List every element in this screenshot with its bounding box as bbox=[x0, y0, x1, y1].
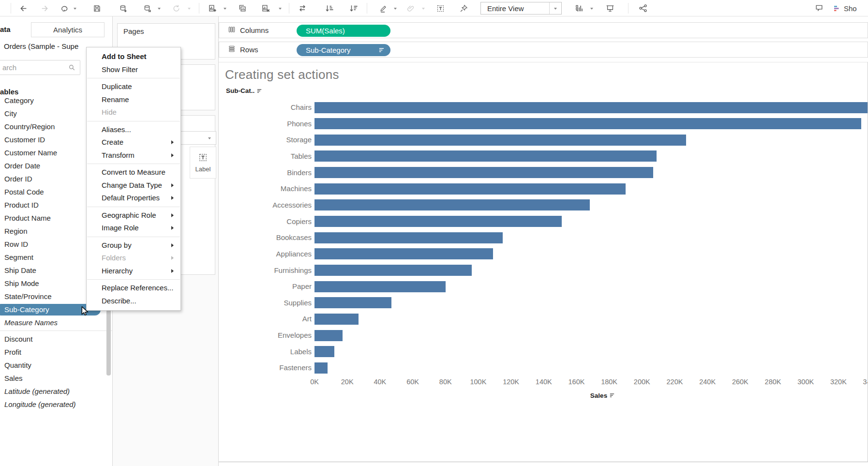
pin-icon[interactable] bbox=[460, 0, 468, 16]
bar-machines[interactable] bbox=[314, 183, 626, 195]
columns-shelf[interactable]: Columns SUM(Sales) bbox=[219, 22, 868, 38]
bar-labels[interactable] bbox=[314, 346, 334, 357]
bar-supplies[interactable] bbox=[314, 297, 391, 308]
bar-furnishings[interactable] bbox=[314, 265, 472, 276]
bar-phones[interactable] bbox=[314, 118, 861, 129]
menu-item-show-filter[interactable]: Show Filter bbox=[87, 63, 180, 76]
data-source-name[interactable]: Orders (Sample - Supe bbox=[4, 42, 78, 50]
menu-item-hierarchy[interactable]: Hierarchy bbox=[87, 265, 180, 278]
bar-storage[interactable] bbox=[314, 135, 686, 146]
highlight-icon[interactable] bbox=[379, 0, 388, 16]
field-profit[interactable]: Profit bbox=[0, 346, 113, 359]
row-label-accessories[interactable]: Accessories bbox=[219, 197, 312, 213]
clear-sheet-icon[interactable] bbox=[261, 0, 270, 16]
sidebar-scrollbar-thumb[interactable] bbox=[106, 310, 111, 376]
bar-envelopes[interactable] bbox=[314, 330, 343, 341]
fit-axes-caret-icon[interactable] bbox=[590, 0, 593, 16]
bar-chairs[interactable] bbox=[314, 102, 868, 113]
clear-sheet-caret-icon[interactable] bbox=[279, 0, 282, 16]
menu-item-aliases[interactable]: Aliases... bbox=[87, 123, 180, 136]
menu-item-replace-references[interactable]: Replace References... bbox=[87, 282, 180, 295]
sort-descending-icon[interactable] bbox=[349, 0, 358, 16]
row-label-bookcases[interactable]: Bookcases bbox=[219, 229, 312, 246]
row-label-fasteners[interactable]: Fasteners bbox=[219, 360, 312, 376]
fit-axes-icon[interactable] bbox=[575, 0, 584, 16]
menu-item-describe[interactable]: Describe... bbox=[87, 295, 180, 308]
save-icon[interactable] bbox=[93, 0, 101, 16]
menu-item-folders[interactable]: Folders bbox=[87, 252, 180, 265]
forward-icon[interactable] bbox=[41, 0, 49, 16]
menu-item-duplicate[interactable]: Duplicate bbox=[87, 80, 180, 93]
row-label-furnishings[interactable]: Furnishings bbox=[219, 262, 312, 279]
back-icon[interactable] bbox=[19, 0, 28, 16]
replay-caret-icon[interactable] bbox=[74, 0, 76, 16]
row-label-supplies[interactable]: Supplies bbox=[219, 295, 312, 311]
new-worksheet-icon[interactable] bbox=[208, 0, 217, 16]
attach-icon[interactable] bbox=[406, 0, 415, 16]
pause-caret-icon[interactable] bbox=[158, 0, 161, 16]
bar-accessories[interactable] bbox=[314, 199, 590, 210]
tooltip-icon[interactable] bbox=[815, 0, 823, 16]
bar-art[interactable] bbox=[314, 314, 359, 325]
attach-caret-icon[interactable] bbox=[422, 0, 425, 16]
bar-appliances[interactable] bbox=[314, 248, 493, 259]
bar-paper[interactable] bbox=[314, 281, 446, 292]
field-discount[interactable]: Discount bbox=[0, 332, 113, 346]
column-header[interactable]: Sub-Cat.. bbox=[226, 87, 262, 94]
row-label-binders[interactable]: Binders bbox=[219, 165, 312, 181]
share-icon[interactable] bbox=[639, 0, 647, 16]
row-label-storage[interactable]: Storage bbox=[219, 132, 312, 148]
add-data-source-icon[interactable] bbox=[119, 0, 127, 16]
sort-ascending-icon[interactable] bbox=[325, 0, 334, 16]
row-label-phones[interactable]: Phones bbox=[219, 116, 312, 132]
pill-sub-category[interactable]: Sub-Category bbox=[297, 44, 390, 56]
field-sales[interactable]: Sales bbox=[0, 372, 113, 385]
fit-selector-caret-icon[interactable] bbox=[549, 2, 561, 14]
row-label-labels[interactable]: Labels bbox=[219, 344, 312, 360]
column-header-sort-icon[interactable] bbox=[257, 89, 262, 93]
tab-data[interactable]: ata bbox=[0, 25, 11, 33]
row-label-appliances[interactable]: Appliances bbox=[219, 246, 312, 262]
presentation-mode-icon[interactable] bbox=[606, 0, 614, 16]
bar-tables[interactable] bbox=[314, 150, 657, 162]
search-input[interactable]: arch bbox=[0, 60, 80, 75]
menu-item-change-data-type[interactable]: Change Data Type bbox=[87, 179, 180, 192]
x-axis-title[interactable]: Sales bbox=[576, 392, 629, 399]
menu-item-hide[interactable]: Hide bbox=[87, 106, 180, 119]
menu-item-image-role[interactable]: Image Role bbox=[87, 222, 180, 235]
row-label-chairs[interactable]: Chairs bbox=[219, 99, 312, 116]
new-worksheet-caret-icon[interactable] bbox=[224, 0, 226, 16]
menu-item-geographic-role[interactable]: Geographic Role bbox=[87, 209, 180, 222]
duplicate-sheet-icon[interactable] bbox=[238, 0, 247, 16]
row-label-copiers[interactable]: Copiers bbox=[219, 213, 312, 230]
field-latitude-generated-[interactable]: Latitude (generated) bbox=[0, 385, 113, 398]
bar-bookcases[interactable] bbox=[314, 232, 503, 243]
menu-item-default-properties[interactable]: Default Properties bbox=[87, 192, 180, 205]
menu-item-create[interactable]: Create bbox=[87, 136, 180, 149]
highlight-caret-icon[interactable] bbox=[394, 0, 397, 16]
menu-item-convert-to-measure[interactable]: Convert to Measure bbox=[87, 166, 180, 179]
row-label-machines[interactable]: Machines bbox=[219, 180, 312, 197]
menu-item-transform[interactable]: Transform bbox=[87, 149, 180, 162]
text-label-icon[interactable] bbox=[436, 0, 445, 16]
field-longitude-generated-[interactable]: Longitude (generated) bbox=[0, 398, 113, 411]
replay-icon[interactable] bbox=[61, 0, 69, 16]
bar-binders[interactable] bbox=[314, 167, 653, 178]
row-label-tables[interactable]: Tables bbox=[219, 148, 312, 165]
menu-item-group-by[interactable]: Group by bbox=[87, 239, 180, 252]
refresh-data-icon[interactable] bbox=[172, 0, 180, 16]
field-measure-names[interactable]: Measure Names bbox=[0, 316, 113, 329]
rows-shelf[interactable]: Rows Sub-Category bbox=[219, 42, 868, 58]
row-label-art[interactable]: Art bbox=[219, 311, 312, 327]
tab-analytics[interactable]: Analytics bbox=[31, 22, 105, 37]
marks-label-button[interactable]: Label bbox=[190, 147, 216, 179]
row-label-envelopes[interactable]: Envelopes bbox=[219, 327, 312, 344]
menu-item-add-to-sheet[interactable]: Add to Sheet bbox=[87, 50, 180, 63]
bar-copiers[interactable] bbox=[314, 216, 562, 227]
fit-selector[interactable]: Entire View bbox=[480, 2, 562, 15]
refresh-caret-icon[interactable] bbox=[188, 0, 191, 16]
field-quantity[interactable]: Quantity bbox=[0, 359, 113, 372]
menu-item-rename[interactable]: Rename bbox=[87, 93, 180, 106]
swap-rows-columns-icon[interactable] bbox=[298, 0, 307, 16]
show-me-button[interactable]: Sho bbox=[834, 0, 857, 16]
